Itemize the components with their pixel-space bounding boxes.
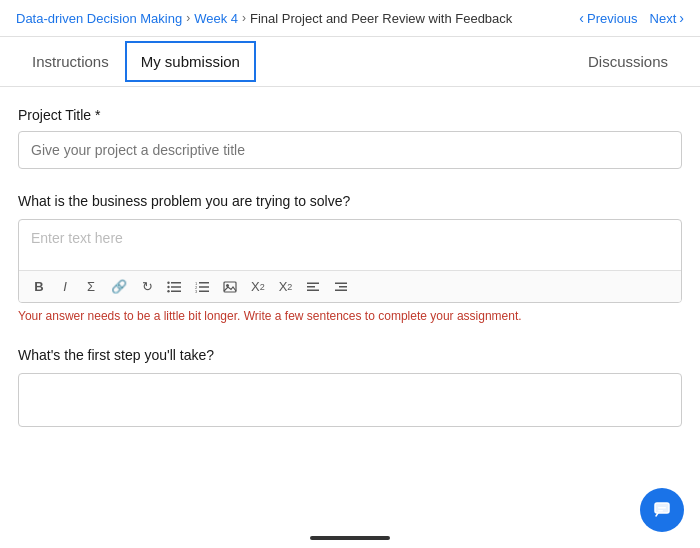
next-label: Next [650,11,677,26]
breadcrumb-sep-2: › [242,11,246,25]
toolbar-sigma[interactable]: Σ [81,277,101,296]
chat-icon [651,499,673,521]
svg-rect-16 [307,289,319,291]
main-content: Project Title * What is the business pro… [0,87,700,548]
svg-rect-7 [199,286,209,288]
breadcrumb-sep-1: › [186,11,190,25]
toolbar-list-unordered[interactable] [163,279,185,295]
next-button[interactable]: Next › [650,10,684,26]
svg-rect-12 [224,282,236,292]
toolbar-bold[interactable]: B [29,277,49,296]
first-step-input[interactable] [18,373,682,427]
tabs-bar: Instructions My submission Discussions [0,37,700,87]
svg-point-13 [226,284,229,287]
first-step-label: What's the first step you'll take? [18,347,682,363]
chat-button[interactable] [640,488,684,532]
svg-text:3: 3 [195,288,198,293]
editor-toolbar: B I Σ 🔗 ↻ 123 X2 X2 [19,270,681,302]
svg-rect-15 [307,286,315,288]
previous-label: Previous [587,11,638,26]
breadcrumb-week[interactable]: Week 4 [194,11,238,26]
hint-text: Your answer needs to be a little bit lon… [18,309,682,323]
toolbar-align-left[interactable] [302,279,324,295]
svg-rect-8 [199,290,209,292]
svg-rect-2 [171,290,181,292]
toolbar-align-right[interactable] [330,279,352,295]
project-title-label: Project Title * [18,107,682,123]
business-problem-label: What is the business problem you are try… [18,193,682,209]
project-title-input[interactable] [18,131,682,169]
breadcrumb-page: Final Project and Peer Review with Feedb… [250,11,512,26]
scroll-indicator [310,536,390,540]
breadcrumb-course[interactable]: Data-driven Decision Making [16,11,182,26]
toolbar-link[interactable]: 🔗 [107,277,131,296]
project-title-section: Project Title * [18,107,682,169]
svg-rect-22 [658,510,663,512]
breadcrumb: Data-driven Decision Making › Week 4 › F… [0,0,700,37]
toolbar-subscript[interactable]: X2 [247,277,269,296]
chevron-right-icon: › [679,10,684,26]
toolbar-image[interactable] [219,279,241,295]
toolbar-list-ordered[interactable]: 123 [191,279,213,295]
svg-rect-1 [171,286,181,288]
svg-rect-17 [335,282,347,284]
svg-rect-14 [307,282,319,284]
svg-rect-0 [171,282,181,284]
toolbar-superscript[interactable]: X2 [275,277,297,296]
business-problem-section: What is the business problem you are try… [18,193,682,323]
breadcrumb-navigation: ‹ Previous Next › [579,10,684,26]
tab-discussions[interactable]: Discussions [572,39,684,84]
svg-rect-18 [339,286,347,288]
first-step-section: What's the first step you'll take? [18,347,682,430]
chevron-left-icon: ‹ [579,10,584,26]
svg-rect-6 [199,282,209,284]
toolbar-redo[interactable]: ↻ [137,277,157,296]
tab-instructions[interactable]: Instructions [16,39,125,84]
rich-text-editor[interactable]: Enter text here B I Σ 🔗 ↻ 123 X2 X2 [18,219,682,303]
svg-rect-21 [658,507,666,509]
toolbar-italic[interactable]: I [55,277,75,296]
tab-my-submission[interactable]: My submission [125,41,256,82]
svg-point-5 [167,290,169,292]
svg-point-3 [167,281,169,283]
svg-rect-19 [335,289,347,291]
editor-body[interactable]: Enter text here [19,220,681,270]
previous-button[interactable]: ‹ Previous [579,10,637,26]
svg-point-4 [167,285,169,287]
